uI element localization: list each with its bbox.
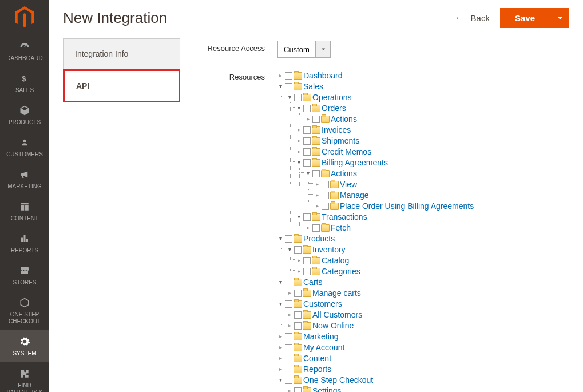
tree-node-label[interactable]: Sales	[303, 82, 323, 91]
tree-collapse-icon[interactable]: ▾	[305, 171, 311, 176]
tree-collapse-icon[interactable]: ▾	[277, 84, 283, 89]
tree-collapse-icon[interactable]: ▾	[287, 247, 292, 252]
tree-node: ▾One Step Checkout	[277, 375, 373, 385]
tab-api[interactable]: API	[63, 69, 180, 102]
tree-checkbox[interactable]	[294, 290, 302, 297]
nav-reports[interactable]: REPORTS	[0, 227, 49, 259]
tree-node-label[interactable]: All Customers	[312, 310, 362, 319]
resources-label: Resources	[197, 69, 277, 392]
folder-icon	[321, 224, 330, 232]
tree-checkbox[interactable]	[303, 257, 311, 264]
resource-access-select[interactable]: Custom	[277, 41, 316, 58]
tree-checkbox[interactable]	[285, 366, 292, 373]
tree-collapse-icon[interactable]: ▾	[277, 236, 283, 241]
tree-node-label[interactable]: My Account	[303, 343, 344, 352]
tree-checkbox[interactable]	[322, 192, 329, 199]
tree-node: ▸Shipments	[296, 136, 359, 145]
tree-node-label[interactable]: View	[340, 180, 357, 189]
tree-checkbox[interactable]	[322, 203, 329, 210]
tree-node: ▸Settings	[287, 386, 342, 392]
folder-icon	[294, 366, 302, 373]
tree-node-label[interactable]: Categories	[322, 267, 360, 276]
tab-integration-info[interactable]: Integration Info	[63, 38, 180, 69]
tree-checkbox[interactable]	[285, 83, 292, 90]
tree-node-label[interactable]: Customers	[303, 299, 342, 308]
save-dropdown-button[interactable]	[550, 8, 569, 28]
tree-node-label[interactable]: Manage carts	[312, 288, 361, 298]
tree-checkbox[interactable]	[303, 105, 311, 112]
tree-checkbox[interactable]	[285, 235, 292, 243]
tree-collapse-icon[interactable]: ▾	[287, 94, 292, 100]
tree-checkbox[interactable]	[294, 387, 302, 393]
tree-node-label[interactable]: Reports	[303, 365, 331, 374]
tree-checkbox[interactable]	[303, 137, 311, 145]
tree-checkbox[interactable]	[285, 333, 292, 340]
tree-node-label[interactable]: Marketing	[303, 332, 338, 341]
nav-one-step-checkout[interactable]: ONE STEP CHECKOUT	[0, 291, 49, 330]
nav-marketing[interactable]: MARKETING	[0, 163, 49, 195]
nav-dashboard[interactable]: DASHBOARD	[0, 34, 49, 66]
tree-checkbox[interactable]	[303, 126, 311, 134]
tree-collapse-icon[interactable]: ▾	[296, 214, 302, 220]
tree-checkbox[interactable]	[285, 355, 292, 362]
tree-collapse-icon[interactable]: ▾	[277, 377, 283, 383]
tree-collapse-icon[interactable]: ▾	[277, 279, 283, 285]
resources-tree: ▸Dashboard▾Sales▾Operations▾Orders▸Actio…	[277, 69, 474, 392]
tree-node: ▸Actions	[305, 114, 357, 124]
tree-checkbox[interactable]	[285, 377, 292, 384]
select-dropdown-button[interactable]	[316, 41, 331, 58]
tree-checkbox[interactable]	[312, 116, 320, 123]
tree-collapse-icon[interactable]: ▾	[296, 105, 302, 111]
back-button[interactable]: ← Back	[455, 12, 490, 24]
tree-node-label[interactable]: Manage	[340, 191, 369, 200]
tree-checkbox[interactable]	[322, 181, 329, 188]
tree-node-label[interactable]: Products	[303, 234, 335, 243]
tree-checkbox[interactable]	[303, 213, 311, 221]
tree-node-label[interactable]: Place Order Using Billing Agreements	[340, 201, 474, 211]
folder-icon	[294, 83, 302, 90]
save-button[interactable]: Save	[500, 8, 550, 28]
tree-checkbox[interactable]	[294, 322, 302, 330]
tree-node-label[interactable]: Orders	[322, 104, 346, 113]
magento-logo[interactable]	[0, 0, 49, 34]
tree-node-label[interactable]: Operations	[312, 93, 351, 102]
tree-checkbox[interactable]	[285, 344, 292, 351]
tree-checkbox[interactable]	[312, 224, 320, 232]
tree-checkbox[interactable]	[312, 170, 320, 177]
tree-node-label[interactable]: Transactions	[322, 212, 367, 221]
tree-collapse-icon[interactable]: ▾	[296, 160, 302, 165]
tree-node-label[interactable]: Shipments	[322, 136, 359, 145]
tree-checkbox[interactable]	[285, 279, 292, 286]
tree-node-label[interactable]: Actions	[331, 169, 357, 178]
tree-checkbox[interactable]	[303, 159, 311, 167]
tree-node-label[interactable]: Dashboard	[303, 71, 343, 80]
tree-collapse-icon[interactable]: ▾	[277, 301, 283, 307]
tree-checkbox[interactable]	[303, 268, 311, 275]
nav-stores[interactable]: STORES	[0, 259, 49, 291]
tree-checkbox[interactable]	[294, 94, 302, 101]
tree-node-label[interactable]: Billing Agreements	[322, 158, 388, 167]
tree-node-label[interactable]: Content	[303, 354, 331, 363]
tree-checkbox[interactable]	[294, 311, 302, 319]
nav-customers[interactable]: CUSTOMERS	[0, 130, 49, 163]
tree-node-label[interactable]: Settings	[312, 386, 342, 392]
tree-node-label[interactable]: Invoices	[322, 125, 351, 134]
tree-node-label[interactable]: Fetch	[331, 223, 351, 232]
tree-node-label[interactable]: Inventory	[312, 245, 346, 254]
nav-find-partners[interactable]: FIND PARTNERS & EXTENSIONS	[0, 362, 49, 392]
tree-node-label[interactable]: Catalog	[322, 256, 349, 265]
tree-checkbox[interactable]	[285, 300, 292, 308]
nav-system[interactable]: SYSTEM	[0, 330, 49, 362]
tree-node-label[interactable]: Now Online	[312, 321, 354, 330]
tree-node-label[interactable]: One Step Checkout	[303, 375, 373, 385]
folder-icon	[294, 377, 302, 384]
nav-products[interactable]: PRODUCTS	[0, 98, 49, 130]
tree-node-label[interactable]: Carts	[303, 278, 322, 287]
tree-node-label[interactable]: Credit Memos	[322, 147, 371, 156]
nav-content[interactable]: CONTENT	[0, 195, 49, 227]
tree-checkbox[interactable]	[294, 246, 302, 254]
tree-node-label[interactable]: Actions	[331, 114, 357, 124]
tree-checkbox[interactable]	[285, 72, 292, 80]
tree-checkbox[interactable]	[303, 148, 311, 156]
nav-sales[interactable]: $SALES	[0, 66, 49, 98]
